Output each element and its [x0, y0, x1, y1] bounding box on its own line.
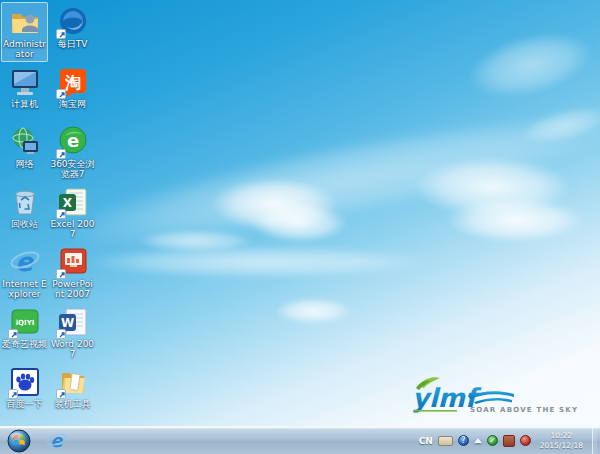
icon-label: Administrator: [2, 39, 47, 59]
desktop-icon-tools-folder[interactable]: 装机工具: [49, 362, 96, 422]
show-desktop-button[interactable]: [592, 427, 597, 454]
security-tray-icon[interactable]: [503, 435, 515, 447]
desktop-icon-grid: Administrator 每日TV: [1, 2, 96, 422]
desktop-icon-network[interactable]: 网络: [1, 122, 48, 182]
icon-label: 装机工具: [55, 399, 91, 409]
desktop-icon-recycle-bin[interactable]: 回收站: [1, 182, 48, 242]
clock-time: 10:22: [540, 431, 583, 440]
start-button[interactable]: [4, 428, 34, 454]
help-tray-icon[interactable]: ?: [458, 435, 469, 446]
folder-icon: [57, 366, 89, 398]
clock-date: 2015/12/18: [540, 441, 583, 450]
desktop-icon-iqiyi[interactable]: iQIYI 爱奇艺视频: [1, 302, 48, 362]
taskbar: e CN ? ✓ 10:22 2015/12/18: [0, 426, 600, 454]
icon-label: PowerPoint 2007: [50, 279, 95, 299]
shortcut-arrow-icon: [56, 149, 66, 159]
ie-icon: e: [9, 246, 41, 278]
desktop-icon-administrator[interactable]: Administrator: [1, 2, 48, 62]
shortcut-arrow-icon: [56, 89, 66, 99]
svg-text:e: e: [66, 130, 78, 151]
svg-text:e: e: [50, 430, 64, 451]
icon-label: Internet Explorer: [2, 279, 47, 299]
shortcut-arrow-icon: [8, 329, 18, 339]
shortcut-arrow-icon: [56, 389, 66, 399]
taskbar-clock[interactable]: 10:22 2015/12/18: [536, 431, 587, 450]
language-indicator[interactable]: CN: [419, 436, 433, 446]
icon-label: 计算机: [11, 99, 38, 109]
taobao-icon: 淘: [57, 66, 89, 98]
windows-desktop-screen: ylmf SOAR ABOVE THE SKY: [0, 0, 600, 454]
cloud: [88, 246, 428, 278]
ie-icon: e: [46, 430, 68, 452]
wallpaper: ylmf SOAR ABOVE THE SKY: [0, 0, 600, 426]
system-tray: CN ? ✓ 10:22 2015/12/18: [419, 427, 600, 454]
icon-label: 360安全浏览器7: [50, 159, 95, 179]
shortcut-arrow-icon: [56, 209, 66, 219]
icon-label: 网络: [16, 159, 34, 169]
icon-label: Excel 2007: [50, 219, 95, 239]
cloud: [252, 204, 347, 242]
cloud: [276, 298, 351, 324]
icon-label: 爱奇艺视频: [2, 339, 47, 349]
shortcut-arrow-icon: [8, 389, 18, 399]
volume-tray-icon[interactable]: [520, 435, 531, 446]
antivirus-tray-icon[interactable]: ✓: [487, 435, 498, 446]
network-globe-icon: [9, 126, 41, 158]
shortcut-arrow-icon: [56, 269, 66, 279]
user-folder-icon: [9, 6, 41, 38]
desktop-icon-computer[interactable]: 计算机: [1, 62, 48, 122]
show-hidden-icons-arrow[interactable]: [474, 438, 482, 443]
desktop-icon-meiri-tv[interactable]: 每日TV: [49, 2, 96, 62]
shortcut-arrow-icon: [56, 29, 66, 39]
shortcut-arrow-icon: [56, 329, 66, 339]
icon-label: 回收站: [11, 219, 38, 229]
cloud: [463, 22, 598, 109]
icon-label: 淘宝网: [59, 99, 86, 109]
svg-text:iQIYI: iQIYI: [15, 319, 34, 327]
computer-icon: [9, 66, 41, 98]
desktop-icon-word[interactable]: W Word 2007: [49, 302, 96, 362]
ylmf-logo: ylmf SOAR ABOVE THE SKY: [404, 374, 579, 418]
desktop-icon-powerpoint[interactable]: PowerPoint 2007: [49, 242, 96, 302]
360-browser-icon: e: [57, 126, 89, 158]
cloud: [448, 198, 583, 242]
excel-icon: X: [57, 186, 89, 218]
desktop-icon-360-browser[interactable]: e 360安全浏览器7: [49, 122, 96, 182]
desktop-icon-taobao[interactable]: 淘 淘宝网: [49, 62, 96, 122]
logo-subtext-line: [413, 410, 457, 412]
logo-tagline: SOAR ABOVE THE SKY: [470, 406, 578, 414]
svg-text:W: W: [60, 316, 73, 330]
desktop-icon-internet-explorer[interactable]: e Internet Explorer: [1, 242, 48, 302]
powerpoint-icon: [57, 246, 89, 278]
baidu-paw-icon: [9, 366, 41, 398]
recycle-bin-icon: [9, 186, 41, 218]
icon-label: Word 2007: [50, 339, 95, 359]
iqiyi-icon: iQIYI: [9, 306, 41, 338]
taskbar-ie-button[interactable]: e: [42, 429, 72, 453]
word-icon: W: [57, 306, 89, 338]
desktop-icon-baidu[interactable]: 百度一下: [1, 362, 48, 422]
icon-label: 百度一下: [7, 399, 43, 409]
svg-text:X: X: [62, 196, 72, 210]
input-method-icon[interactable]: [438, 436, 453, 446]
desktop-icon-excel[interactable]: X Excel 2007: [49, 182, 96, 242]
tv-app-icon: [57, 6, 89, 38]
icon-label: 每日TV: [58, 39, 88, 49]
